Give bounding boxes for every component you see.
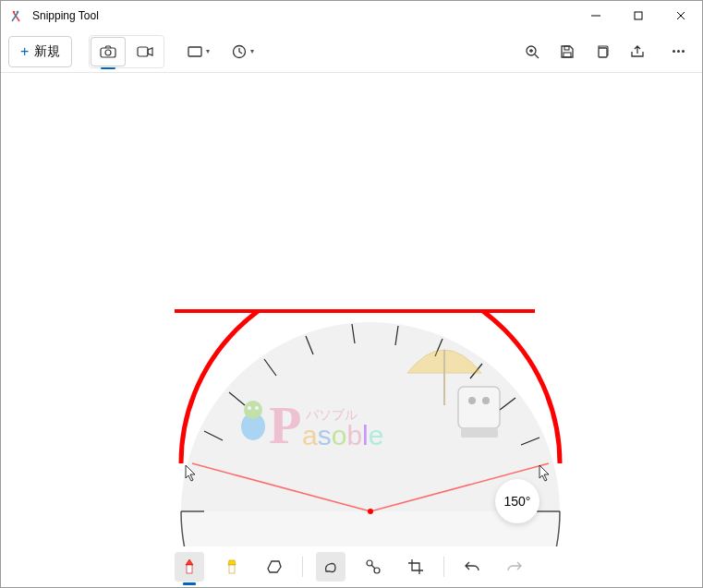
svg-rect-2 [635, 12, 642, 19]
maximize-button[interactable] [617, 1, 660, 30]
app-icon [10, 8, 25, 23]
svg-rect-44 [229, 565, 235, 573]
top-toolbar: + 新規 ▾ ▾ [1, 30, 702, 73]
watermark-bird [236, 399, 270, 441]
canvas[interactable]: P パソブル asoble 150° [1, 73, 702, 546]
svg-point-4 [105, 50, 111, 55]
video-mode-button[interactable] [128, 38, 162, 66]
save-icon [560, 44, 575, 59]
photo-mode-button[interactable] [91, 38, 125, 66]
capture-mode-group [89, 35, 164, 68]
bottom-toolbar [1, 546, 702, 587]
rect-icon [188, 46, 202, 57]
svg-rect-38 [461, 428, 498, 438]
svg-rect-43 [187, 565, 192, 573]
pen-icon [182, 558, 197, 576]
svg-point-42 [255, 406, 259, 410]
camera-icon [100, 45, 116, 58]
minimize-button[interactable] [575, 1, 617, 30]
highlighter-icon [224, 558, 239, 576]
delay-button[interactable]: ▾ [222, 36, 264, 67]
watermark-brand-rest: asoble [302, 420, 383, 451]
undo-button[interactable] [457, 552, 487, 582]
angle-value: 150° [504, 494, 531, 509]
svg-point-33 [368, 509, 373, 514]
svg-rect-5 [138, 47, 148, 56]
redo-button[interactable] [500, 552, 529, 582]
eraser-tool-button[interactable] [260, 552, 289, 582]
new-label: 新規 [34, 43, 60, 60]
eraser-icon [266, 559, 283, 574]
chevron-down-icon: ▾ [250, 47, 254, 55]
crop-tool-button[interactable] [401, 552, 430, 582]
svg-point-36 [468, 397, 476, 404]
shapes-icon [322, 558, 339, 575]
copy-icon [595, 44, 610, 59]
undo-icon [464, 560, 480, 573]
shapes-tool-button[interactable] [316, 552, 345, 582]
plus-icon: + [20, 43, 29, 60]
titlebar: Snipping Tool [1, 1, 702, 30]
redo-icon [506, 560, 523, 573]
video-icon [137, 46, 153, 57]
angle-readout: 150° [495, 479, 539, 523]
svg-rect-35 [458, 387, 500, 428]
pen-tool-button[interactable] [175, 552, 204, 582]
ruler-tool-button[interactable] [358, 552, 388, 582]
snip-shape-button[interactable]: ▾ [177, 36, 220, 67]
svg-point-0 [13, 11, 16, 14]
window-title: Snipping Tool [32, 9, 99, 22]
close-button[interactable] [660, 1, 702, 30]
ruler-icon [365, 558, 382, 575]
save-button[interactable] [551, 36, 584, 67]
chevron-down-icon: ▾ [206, 47, 210, 55]
copy-button[interactable] [586, 36, 619, 67]
svg-rect-6 [188, 47, 201, 56]
svg-point-41 [248, 406, 251, 410]
svg-point-40 [244, 401, 262, 419]
app-window: Snipping Tool + 新規 ▾ [0, 0, 703, 588]
new-button[interactable]: + 新規 [8, 36, 72, 67]
clock-icon [232, 44, 247, 59]
crop-icon [407, 558, 424, 575]
svg-rect-11 [599, 48, 607, 57]
highlighter-tool-button[interactable] [217, 552, 247, 582]
svg-point-37 [482, 397, 490, 404]
svg-rect-10 [564, 53, 571, 57]
watermark-illustration [389, 331, 514, 442]
share-icon [630, 44, 645, 59]
zoom-icon [525, 44, 539, 59]
share-button[interactable] [621, 36, 654, 67]
svg-point-1 [17, 11, 19, 14]
zoom-button[interactable] [515, 36, 549, 67]
more-button[interactable] [661, 36, 695, 67]
watermark-brand-p: P [269, 394, 301, 456]
